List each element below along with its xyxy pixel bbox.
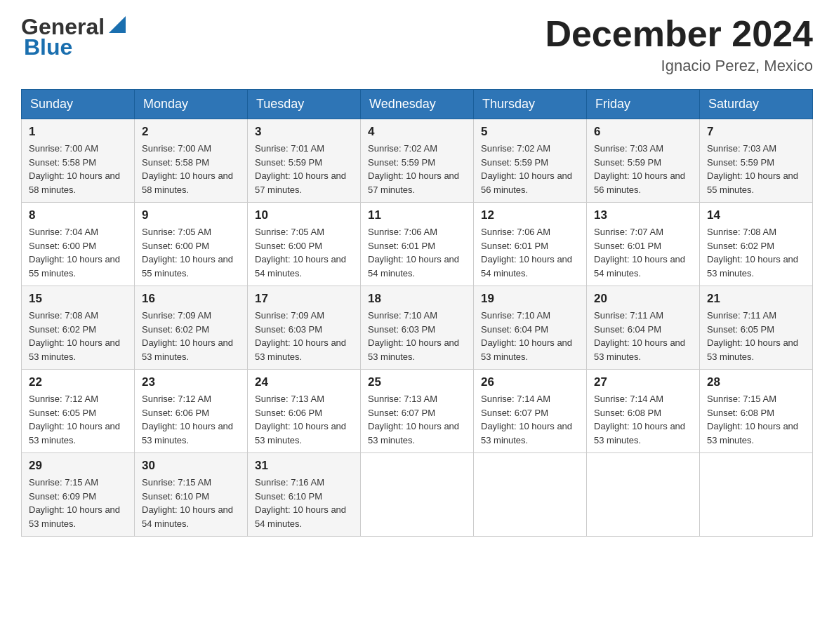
sunset-label: Sunset: 6:04 PM <box>594 324 661 335</box>
daylight-label: Daylight: 10 hours and 53 minutes. <box>368 421 459 445</box>
daylight-label: Daylight: 10 hours and 54 minutes. <box>368 254 459 279</box>
calendar-day-2: 2 Sunrise: 7:00 AM Sunset: 5:58 PM Dayli… <box>135 119 248 203</box>
day-info: Sunrise: 7:14 AM Sunset: 6:07 PM Dayligh… <box>481 392 579 447</box>
sunrise-label: Sunrise: 7:06 AM <box>481 227 550 237</box>
calendar-day-11: 11 Sunrise: 7:06 AM Sunset: 6:01 PM Dayl… <box>361 203 474 286</box>
day-info: Sunrise: 7:12 AM Sunset: 6:06 PM Dayligh… <box>142 392 240 447</box>
day-number: 29 <box>29 459 127 473</box>
daylight-label: Daylight: 10 hours and 53 minutes. <box>368 337 459 362</box>
day-number: 3 <box>255 125 353 139</box>
sunrise-label: Sunrise: 7:10 AM <box>481 310 550 321</box>
day-info: Sunrise: 7:15 AM Sunset: 6:10 PM Dayligh… <box>142 476 240 530</box>
day-number: 30 <box>142 459 240 473</box>
day-number: 1 <box>29 125 127 139</box>
daylight-label: Daylight: 10 hours and 57 minutes. <box>368 170 459 195</box>
sunset-label: Sunset: 6:01 PM <box>481 241 548 251</box>
col-tuesday: Tuesday <box>248 90 361 119</box>
calendar-empty-cell <box>587 453 700 537</box>
sunrise-label: Sunrise: 7:10 AM <box>368 310 437 321</box>
day-info: Sunrise: 7:12 AM Sunset: 6:05 PM Dayligh… <box>29 392 127 447</box>
sunset-label: Sunset: 5:59 PM <box>707 157 774 168</box>
calendar-week-1: 1 Sunrise: 7:00 AM Sunset: 5:58 PM Dayli… <box>22 119 813 203</box>
calendar-day-3: 3 Sunrise: 7:01 AM Sunset: 5:59 PM Dayli… <box>248 119 361 203</box>
logo: General Blue <box>21 14 128 60</box>
day-info: Sunrise: 7:15 AM Sunset: 6:08 PM Dayligh… <box>707 392 805 447</box>
calendar-day-18: 18 Sunrise: 7:10 AM Sunset: 6:03 PM Dayl… <box>361 286 474 370</box>
daylight-label: Daylight: 10 hours and 53 minutes. <box>707 337 798 362</box>
daylight-label: Daylight: 10 hours and 58 minutes. <box>142 170 233 195</box>
calendar-header-row: Sunday Monday Tuesday Wednesday Thursday… <box>22 90 813 119</box>
calendar-day-29: 29 Sunrise: 7:15 AM Sunset: 6:09 PM Dayl… <box>22 453 135 537</box>
calendar-week-2: 8 Sunrise: 7:04 AM Sunset: 6:00 PM Dayli… <box>22 203 813 286</box>
calendar-day-28: 28 Sunrise: 7:15 AM Sunset: 6:08 PM Dayl… <box>700 370 813 453</box>
sunset-label: Sunset: 6:04 PM <box>481 324 548 335</box>
sunset-label: Sunset: 6:10 PM <box>255 491 322 502</box>
sunset-label: Sunset: 5:59 PM <box>255 157 322 168</box>
sunset-label: Sunset: 5:58 PM <box>29 157 96 168</box>
sunrise-label: Sunrise: 7:02 AM <box>481 143 550 154</box>
calendar-day-8: 8 Sunrise: 7:04 AM Sunset: 6:00 PM Dayli… <box>22 203 135 286</box>
calendar-week-5: 29 Sunrise: 7:15 AM Sunset: 6:09 PM Dayl… <box>22 453 813 537</box>
day-info: Sunrise: 7:05 AM Sunset: 6:00 PM Dayligh… <box>255 225 353 280</box>
day-number: 21 <box>707 292 805 306</box>
calendar-day-10: 10 Sunrise: 7:05 AM Sunset: 6:00 PM Dayl… <box>248 203 361 286</box>
day-number: 18 <box>368 292 466 306</box>
daylight-label: Daylight: 10 hours and 53 minutes. <box>29 421 120 445</box>
logo-arrow-icon <box>106 13 128 36</box>
day-info: Sunrise: 7:10 AM Sunset: 6:04 PM Dayligh… <box>481 309 579 363</box>
daylight-label: Daylight: 10 hours and 55 minutes. <box>142 254 233 279</box>
day-number: 5 <box>481 125 579 139</box>
sunset-label: Sunset: 6:06 PM <box>255 408 322 418</box>
daylight-label: Daylight: 10 hours and 53 minutes. <box>142 337 233 362</box>
sunset-label: Sunset: 6:02 PM <box>142 324 209 335</box>
daylight-label: Daylight: 10 hours and 53 minutes. <box>707 421 798 445</box>
sunset-label: Sunset: 6:03 PM <box>368 324 435 335</box>
day-number: 2 <box>142 125 240 139</box>
calendar-day-31: 31 Sunrise: 7:16 AM Sunset: 6:10 PM Dayl… <box>248 453 361 537</box>
day-info: Sunrise: 7:06 AM Sunset: 6:01 PM Dayligh… <box>481 225 579 280</box>
calendar-day-23: 23 Sunrise: 7:12 AM Sunset: 6:06 PM Dayl… <box>135 370 248 453</box>
daylight-label: Daylight: 10 hours and 53 minutes. <box>707 254 798 279</box>
sunset-label: Sunset: 5:59 PM <box>594 157 661 168</box>
sunset-label: Sunset: 6:08 PM <box>707 408 774 418</box>
day-info: Sunrise: 7:01 AM Sunset: 5:59 PM Dayligh… <box>255 142 353 196</box>
sunrise-label: Sunrise: 7:15 AM <box>707 394 776 404</box>
day-info: Sunrise: 7:08 AM Sunset: 6:02 PM Dayligh… <box>707 225 805 280</box>
sunset-label: Sunset: 6:02 PM <box>29 324 96 335</box>
day-number: 8 <box>29 208 127 222</box>
sunset-label: Sunset: 6:00 PM <box>142 241 209 251</box>
sunrise-label: Sunrise: 7:16 AM <box>255 477 324 488</box>
day-info: Sunrise: 7:03 AM Sunset: 5:59 PM Dayligh… <box>594 142 692 196</box>
day-number: 31 <box>255 459 353 473</box>
sunrise-label: Sunrise: 7:15 AM <box>29 477 98 488</box>
calendar-day-14: 14 Sunrise: 7:08 AM Sunset: 6:02 PM Dayl… <box>700 203 813 286</box>
calendar-day-5: 5 Sunrise: 7:02 AM Sunset: 5:59 PM Dayli… <box>474 119 587 203</box>
col-sunday: Sunday <box>22 90 135 119</box>
sunset-label: Sunset: 6:03 PM <box>255 324 322 335</box>
calendar-day-27: 27 Sunrise: 7:14 AM Sunset: 6:08 PM Dayl… <box>587 370 700 453</box>
day-info: Sunrise: 7:03 AM Sunset: 5:59 PM Dayligh… <box>707 142 805 196</box>
day-info: Sunrise: 7:00 AM Sunset: 5:58 PM Dayligh… <box>142 142 240 196</box>
day-info: Sunrise: 7:09 AM Sunset: 6:02 PM Dayligh… <box>142 309 240 363</box>
calendar-day-21: 21 Sunrise: 7:11 AM Sunset: 6:05 PM Dayl… <box>700 286 813 370</box>
sunset-label: Sunset: 5:59 PM <box>368 157 435 168</box>
daylight-label: Daylight: 10 hours and 53 minutes. <box>142 421 233 445</box>
sunset-label: Sunset: 6:05 PM <box>29 408 96 418</box>
day-number: 9 <box>142 208 240 222</box>
daylight-label: Daylight: 10 hours and 54 minutes. <box>255 254 346 279</box>
daylight-label: Daylight: 10 hours and 55 minutes. <box>707 170 798 195</box>
sunrise-label: Sunrise: 7:07 AM <box>594 227 663 237</box>
day-info: Sunrise: 7:10 AM Sunset: 6:03 PM Dayligh… <box>368 309 466 363</box>
sunrise-label: Sunrise: 7:00 AM <box>29 143 98 154</box>
sunset-label: Sunset: 6:01 PM <box>368 241 435 251</box>
daylight-label: Daylight: 10 hours and 53 minutes. <box>29 337 120 362</box>
title-area: December 2024 Ignacio Perez, Mexico <box>545 14 813 75</box>
daylight-label: Daylight: 10 hours and 53 minutes. <box>255 337 346 362</box>
calendar-day-20: 20 Sunrise: 7:11 AM Sunset: 6:04 PM Dayl… <box>587 286 700 370</box>
daylight-label: Daylight: 10 hours and 53 minutes. <box>29 504 120 529</box>
calendar-table: Sunday Monday Tuesday Wednesday Thursday… <box>21 89 813 537</box>
daylight-label: Daylight: 10 hours and 54 minutes. <box>481 254 572 279</box>
calendar-week-4: 22 Sunrise: 7:12 AM Sunset: 6:05 PM Dayl… <box>22 370 813 453</box>
calendar-day-19: 19 Sunrise: 7:10 AM Sunset: 6:04 PM Dayl… <box>474 286 587 370</box>
daylight-label: Daylight: 10 hours and 53 minutes. <box>481 421 572 445</box>
